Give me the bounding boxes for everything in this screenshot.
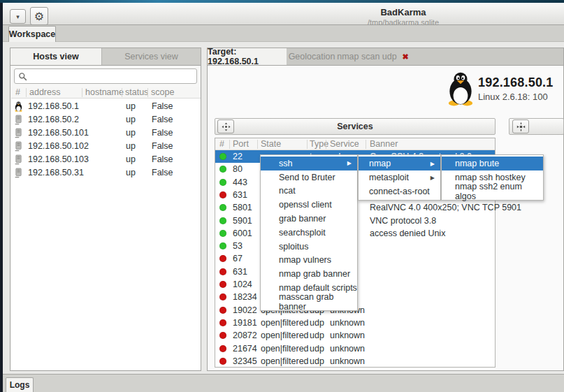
menu-item-sploitus[interactable]: sploitus xyxy=(261,240,357,254)
red-status-dot xyxy=(219,319,226,326)
green-status-dot xyxy=(219,166,226,173)
red-status-dot xyxy=(219,307,226,314)
service-row[interactable]: 20872open|filteredudpunknown xyxy=(215,329,495,342)
hosts-table: 192.168.50.1upFalse192.168.50.2upFalse19… xyxy=(11,99,201,370)
red-status-dot xyxy=(219,358,226,365)
tux-host-icon xyxy=(14,101,23,112)
submenu-item-metasploit[interactable]: metasploit▶ xyxy=(359,170,440,184)
search-input[interactable] xyxy=(31,71,196,81)
submenu-item-nmap[interactable]: nmap▶ xyxy=(359,157,440,170)
service-port-cell: 22 xyxy=(233,150,243,163)
host-status-cell: up xyxy=(126,100,136,113)
hosts-column-header[interactable]: # xyxy=(15,87,20,99)
column-separator xyxy=(366,140,366,149)
service-banner-cell: RealVNC 4.0 400x250; VNC TCP 5901 xyxy=(370,201,521,214)
menu-item-searchsploit[interactable]: searchsploit xyxy=(261,226,357,240)
service-row[interactable]: 32345open|filteredudpunknown xyxy=(215,355,495,368)
services-column-header[interactable]: # xyxy=(219,138,224,150)
service-port-cell: 631 xyxy=(233,189,247,201)
host-row[interactable]: 192.168.50.31upFalse xyxy=(11,166,201,180)
host-row[interactable]: 192.168.50.103upFalse xyxy=(11,153,201,166)
move-out-icon xyxy=(222,122,231,131)
nmap-submenu-item-nmap-ssh2-enum-algos[interactable]: nmap ssh2 enum algos xyxy=(442,184,543,198)
service-type-cell: udp xyxy=(310,329,324,342)
host-row[interactable]: 192.168.50.101upFalse xyxy=(11,126,201,140)
ssh-submenu: nmap▶metasploit▶connect-as-root xyxy=(358,154,441,201)
dropdown-menu-button[interactable]: ▾ xyxy=(10,9,26,24)
menu-item-label: nmap brute xyxy=(455,159,499,168)
desktop-left-edge xyxy=(0,3,3,392)
detach-panel-button[interactable] xyxy=(217,119,234,133)
host-scope-cell: False xyxy=(152,153,173,166)
menu-item-grab-banner[interactable]: grab banner xyxy=(261,212,357,226)
window-title: BadKarma xyxy=(277,7,529,17)
menu-item-label: metasploit xyxy=(369,173,409,182)
settings-gear-button[interactable]: ⚙ xyxy=(30,7,48,25)
badkarma-window: ▾ ⚙ BadKarma /tmp/badkarma.sqlite Worksp… xyxy=(0,0,564,392)
services-column-header[interactable]: Port xyxy=(233,138,249,150)
service-port-cell: 5901 xyxy=(233,215,252,227)
submenu-arrow-icon: ▶ xyxy=(347,160,352,166)
service-row[interactable]: 21674open|filteredudpunknown xyxy=(215,342,495,355)
submenu-arrow-icon: ▶ xyxy=(431,161,435,167)
host-address-cell: 192.168.50.31 xyxy=(28,166,84,180)
hosts-column-header[interactable]: status xyxy=(125,87,148,99)
target-summary: 192.168.50.1 Linux 2.6.18: 100 xyxy=(478,75,554,102)
menu-item-masscan-grab-banner[interactable]: masscan grab banner xyxy=(261,295,357,309)
service-row[interactable]: 19181open|filteredudpunknown xyxy=(215,317,495,329)
service-port-cell: 19181 xyxy=(233,317,257,329)
services-column-header[interactable]: Service xyxy=(330,138,359,150)
menu-item-ncat[interactable]: ncat xyxy=(261,184,357,198)
hosts-column-header[interactable]: scope xyxy=(151,87,174,99)
nmap-submenu-item-nmap-brute[interactable]: nmap brute xyxy=(442,157,543,170)
service-port-cell: 18234 xyxy=(233,291,257,303)
menu-item-label: nmap xyxy=(369,159,391,168)
tab-nmap-scan-udp[interactable]: nmap scan udp xyxy=(337,48,397,65)
menu-item-label: nmap vulners xyxy=(279,255,331,265)
chevron-down-icon: ▾ xyxy=(16,13,20,20)
hosts-column-header[interactable]: address xyxy=(29,87,60,99)
services-column-header[interactable]: State xyxy=(261,138,281,150)
menu-item-nmap-vulners[interactable]: nmap vulners xyxy=(261,254,357,268)
menu-item-label: masscan grab banner xyxy=(279,292,357,312)
tab-logs[interactable]: Logs xyxy=(6,377,34,392)
host-row[interactable]: 192.168.50.2upFalse xyxy=(11,113,201,126)
host-row[interactable]: 192.168.50.1upFalse xyxy=(11,100,201,113)
header-bar: ▾ ⚙ BadKarma /tmp/badkarma.sqlite xyxy=(3,3,564,25)
target-ip: 192.168.50.1 xyxy=(478,75,554,90)
tab-hosts-view[interactable]: Hosts view xyxy=(10,48,101,65)
services-header-band: Services xyxy=(215,118,496,135)
target-notebook-tabs: Target: 192.168.50.1 Geolocation nmap sc… xyxy=(207,48,564,65)
submenu-arrow-icon: ▶ xyxy=(431,175,435,181)
service-port-cell: 19022 xyxy=(233,304,257,317)
host-address-cell: 192.168.50.101 xyxy=(28,126,89,140)
menu-item-label: ssh xyxy=(279,159,292,168)
column-separator xyxy=(257,140,258,149)
green-status-dot xyxy=(219,153,226,160)
service-port-cell: 6001 xyxy=(233,227,252,240)
attach-panel-button[interactable] xyxy=(512,119,529,133)
tab-geolocation[interactable]: Geolocation xyxy=(287,48,337,65)
close-tab-button[interactable]: ✖ xyxy=(397,48,414,65)
menu-item-openssl-client[interactable]: openssl client xyxy=(261,198,357,212)
tab-target[interactable]: Target: 192.168.50.1 xyxy=(208,48,287,65)
hosts-table-header[interactable]: #addresshostnamestatusscope xyxy=(11,87,201,99)
service-banner-cell: access denied Unix xyxy=(370,227,445,240)
host-row[interactable]: 192.168.50.102upFalse xyxy=(11,140,201,153)
service-port-cell: 1024 xyxy=(233,278,252,291)
search-icon xyxy=(18,72,27,81)
tab-workspace[interactable]: Workspace xyxy=(8,26,56,42)
services-table-header[interactable]: #PortStateTypeServiceBanner xyxy=(215,138,495,150)
menu-item-send-to-bruter[interactable]: Send to Bruter xyxy=(261,170,357,184)
host-search-box[interactable] xyxy=(14,68,197,84)
menu-item-ssh[interactable]: ssh▶ xyxy=(261,157,357,170)
tux-os-icon xyxy=(445,71,476,106)
hosts-column-header[interactable]: hostname xyxy=(85,87,124,99)
menu-item-nmap-grab-banner[interactable]: nmap grab banner xyxy=(261,267,357,281)
tab-services-view[interactable]: Services view xyxy=(101,48,201,65)
service-port-cell: 80 xyxy=(233,163,243,175)
submenu-item-connect-as-root[interactable]: connect-as-root xyxy=(359,184,440,198)
menu-item-label: grab banner xyxy=(279,214,326,224)
services-column-header[interactable]: Banner xyxy=(370,138,398,150)
red-status-dot xyxy=(219,332,226,339)
